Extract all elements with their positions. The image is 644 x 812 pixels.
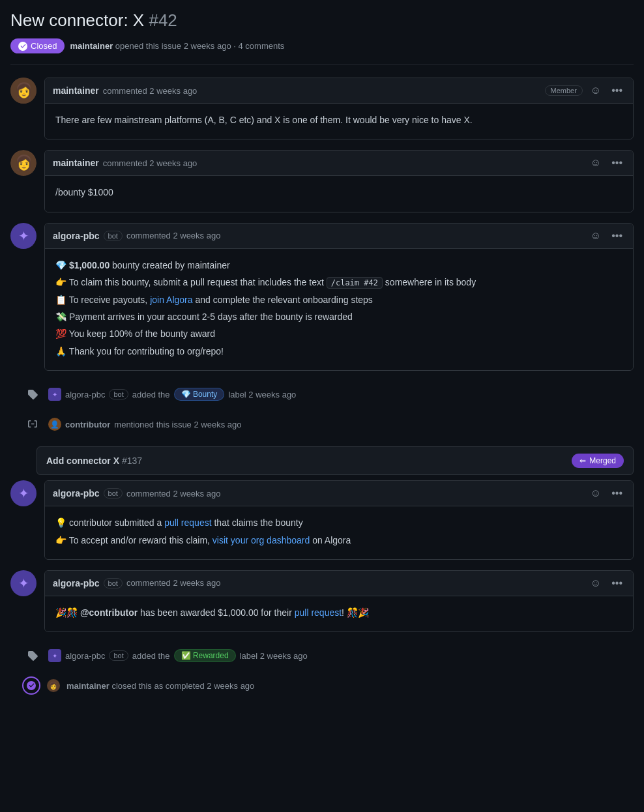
bounty-label-badge: 💎 Bounty <box>174 388 225 401</box>
more-options-button-4[interactable]: ••• <box>609 486 625 500</box>
event-actor-contributor: contributor <box>65 420 110 429</box>
emoji-reaction-button-2[interactable]: ☺ <box>588 156 604 170</box>
avatar-algora-1: ✦ <box>10 223 37 249</box>
more-options-button-1[interactable]: ••• <box>609 83 625 98</box>
label-icon-2 <box>23 646 42 665</box>
comment-box-4: algora-pbc bot commented 2 weeks ago ☺ •… <box>44 480 634 560</box>
event-avatar-algora-1: ✦ <box>48 388 61 401</box>
event-time-1: label 2 weeks ago <box>228 390 296 399</box>
close-event: 👩 maintainer closed this as completed 2 … <box>22 673 634 699</box>
comment-body-1: There are few mainstream platforms (A, B… <box>45 104 633 139</box>
comment-body-2: /bounty $1000 <box>45 176 633 211</box>
event-action-2: added the <box>132 651 170 661</box>
issue-meta-text: maintainer opened this issue 2 weeks ago… <box>70 41 284 51</box>
pull-request-link-2[interactable]: pull request <box>295 607 342 618</box>
mention-event: 👤 contributor mentioned this issue 2 wee… <box>22 411 634 437</box>
bot-badge-3: bot <box>104 578 123 588</box>
issue-meta: Closed maintainer opened this issue 2 we… <box>10 38 634 65</box>
pr-number: #137 <box>122 456 142 466</box>
bot-badge-event-2: bot <box>109 650 128 661</box>
comment-body-5: 🎉🎊 @contributor has been awarded $1,000.… <box>45 596 633 631</box>
bot-badge-event-1: bot <box>109 389 128 399</box>
comment-header-1: maintainer commented 2 weeks ago Member … <box>45 78 633 104</box>
inline-code-claim: /claim #42 <box>327 277 383 289</box>
merged-icon: ⇐ <box>579 456 586 465</box>
check-circle-icon <box>18 42 27 51</box>
emoji-reaction-button-3[interactable]: ☺ <box>588 229 604 243</box>
emoji-reaction-button-5[interactable]: ☺ <box>588 576 604 590</box>
event-actor-1: algora-pbc <box>65 390 105 399</box>
rewarded-label-badge: ✅ Rewarded <box>174 649 236 662</box>
org-dashboard-link[interactable]: visit your org dashboard <box>212 535 310 545</box>
close-icon-circle <box>22 676 40 695</box>
label-event-bounty: ✦ algora-pbc bot added the 💎 Bounty labe… <box>22 381 634 407</box>
event-avatar-contributor: 👤 <box>48 418 61 431</box>
comment-header-5: algora-pbc bot commented 2 weeks ago ☺ •… <box>45 571 633 596</box>
comment-box-3: algora-pbc bot commented 2 weeks ago ☺ •… <box>44 223 634 371</box>
comment-box-2: maintainer commented 2 weeks ago ☺ ••• /… <box>44 150 634 212</box>
event-action-1: added the <box>132 390 170 399</box>
status-badge: Closed <box>10 38 65 53</box>
timeline: 👩 maintainer commented 2 weeks ago Membe… <box>10 78 634 699</box>
emoji-reaction-button-1[interactable]: ☺ <box>588 83 604 98</box>
pr-reference: Add connector X #137 ⇐ Merged <box>37 446 634 475</box>
comment-header-4: algora-pbc bot commented 2 weeks ago ☺ •… <box>45 481 633 506</box>
cross-reference-icon <box>23 415 42 433</box>
more-options-button-3[interactable]: ••• <box>609 229 625 243</box>
more-options-button-5[interactable]: ••• <box>609 576 625 590</box>
comment-4: ✦ algora-pbc bot commented 2 weeks ago ☺… <box>10 480 634 560</box>
label-icon <box>23 385 42 403</box>
bot-badge-2: bot <box>104 488 123 499</box>
event-mention-action: mentioned this issue 2 weeks ago <box>114 420 241 429</box>
pr-title-text: Add connector X <box>46 456 122 466</box>
event-avatar-maintainer-close: 👩 <box>47 679 60 692</box>
avatar-maintainer-2: 👩 <box>10 150 37 176</box>
comment-box-1: maintainer commented 2 weeks ago Member … <box>44 78 634 139</box>
close-action: closed this as completed 2 weeks ago <box>111 681 254 691</box>
comment-body-3: 💎 $1,000.00 bounty created by maintainer… <box>45 249 633 370</box>
merged-badge: ⇐ Merged <box>572 454 624 468</box>
comment-2: 👩 maintainer commented 2 weeks ago ☺ •••… <box>10 150 634 212</box>
comment-body-4: 💡 contributor submitted a pull request t… <box>45 506 633 559</box>
comment-header-2: maintainer commented 2 weeks ago ☺ ••• <box>45 151 633 176</box>
bot-badge-1: bot <box>104 231 123 241</box>
event-avatar-algora-2: ✦ <box>48 649 61 662</box>
member-badge: Member <box>545 85 583 96</box>
event-actor-2: algora-pbc <box>65 651 105 661</box>
avatar-maintainer-1: 👩 <box>10 78 37 104</box>
more-options-button-2[interactable]: ••• <box>609 156 625 170</box>
close-actor: maintainer <box>66 681 110 691</box>
label-event-rewarded: ✦ algora-pbc bot added the ✅ Rewarded la… <box>22 643 634 669</box>
avatar-algora-3: ✦ <box>10 570 37 596</box>
comment-box-5: algora-pbc bot commented 2 weeks ago ☺ •… <box>44 570 634 632</box>
comment-3: ✦ algora-pbc bot commented 2 weeks ago ☺… <box>10 223 634 371</box>
page-title: New connector: X #42 <box>10 10 634 31</box>
pull-request-link-1[interactable]: pull request <box>164 517 211 528</box>
avatar-algora-2: ✦ <box>10 480 37 506</box>
comment-5: ✦ algora-pbc bot commented 2 weeks ago ☺… <box>10 570 634 632</box>
join-algora-link[interactable]: join Algora <box>150 295 192 305</box>
comment-1: 👩 maintainer commented 2 weeks ago Membe… <box>10 78 634 139</box>
emoji-reaction-button-4[interactable]: ☺ <box>588 486 604 500</box>
comment-header-3: algora-pbc bot commented 2 weeks ago ☺ •… <box>45 224 633 249</box>
pr-title-wrapper: Add connector X #137 <box>46 456 142 466</box>
event-time-2: label 2 weeks ago <box>240 651 308 661</box>
